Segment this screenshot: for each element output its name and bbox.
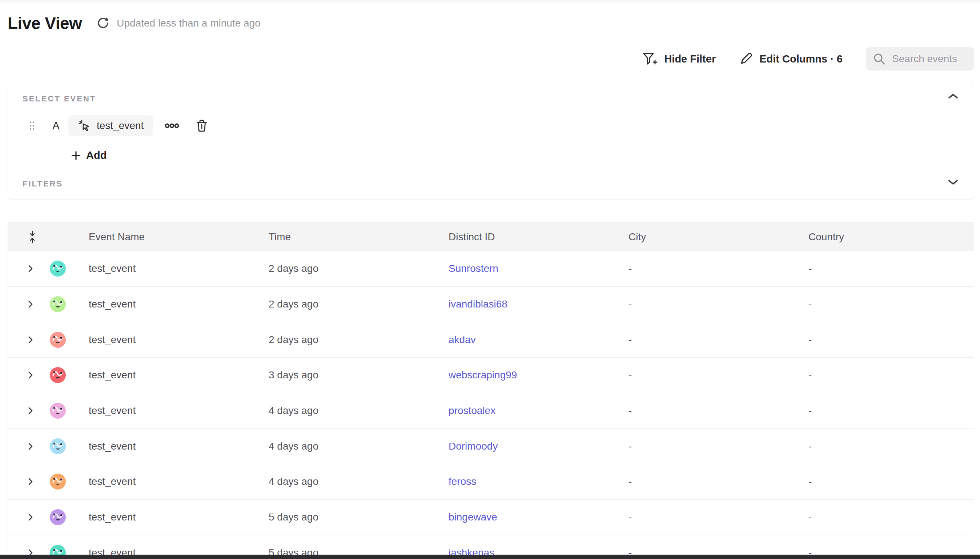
distinct-id-link[interactable]: akdav — [449, 334, 476, 345]
distinct-id-cell: prostoalex — [441, 405, 621, 417]
edit-columns-button[interactable]: Edit Columns · 6 — [739, 52, 843, 66]
distinct-id-link[interactable]: webscraping99 — [449, 369, 517, 380]
chevron-right-icon — [28, 442, 33, 451]
event-name-cell: test_event — [81, 334, 261, 346]
user-avatar — [50, 509, 66, 526]
more-options-button[interactable] — [163, 121, 181, 130]
distinct-id-link[interactable]: ivandiblasi68 — [449, 298, 507, 310]
time-cell: 4 days ago — [261, 405, 441, 417]
country-cell: - — [801, 369, 974, 381]
chevron-right-icon — [28, 513, 33, 521]
country-cell: - — [801, 511, 974, 523]
row-expand-button[interactable] — [28, 513, 33, 521]
row-expand-button[interactable] — [28, 477, 33, 486]
expand-filters-button[interactable] — [945, 177, 961, 188]
collapse-rows-button[interactable] — [28, 230, 37, 243]
distinct-id-cell: akdav — [441, 334, 621, 346]
page-top-texture — [0, 0, 980, 5]
country-cell: - — [801, 334, 974, 346]
city-cell: - — [621, 334, 801, 346]
country-cell: - — [801, 263, 974, 275]
distinct-id-link[interactable]: bingewave — [449, 511, 497, 523]
row-expand-button[interactable] — [28, 371, 33, 379]
user-avatar — [50, 402, 66, 419]
event-name-cell: test_event — [81, 369, 261, 381]
event-letter-label: A — [52, 119, 59, 132]
hide-filter-button[interactable]: Hide Filter — [642, 52, 716, 66]
city-cell: - — [621, 369, 801, 381]
table-row[interactable]: test_event 2 days ago ivandiblasi68 - - — [8, 287, 974, 322]
column-header-city: City — [621, 231, 801, 243]
user-avatar — [50, 296, 66, 313]
filters-section: FILTERS — [8, 169, 974, 200]
search-input[interactable] — [891, 53, 968, 65]
add-label: Add — [86, 149, 106, 161]
pencil-icon — [739, 52, 753, 66]
selected-event-name: test_event — [97, 120, 144, 132]
hide-filter-label: Hide Filter — [664, 53, 716, 65]
search-icon — [873, 53, 886, 65]
country-cell: - — [801, 405, 974, 417]
event-name-cell: test_event — [81, 263, 261, 275]
table-row[interactable]: test_event 3 days ago webscraping99 - - — [8, 358, 974, 393]
time-cell: 4 days ago — [261, 476, 441, 488]
city-cell: - — [621, 476, 801, 488]
distinct-id-cell: Dorimoody — [441, 440, 621, 452]
query-builder-panel: SELECT EVENT A — [8, 83, 974, 200]
user-avatar — [50, 438, 66, 455]
table-header: Event Name Time Distinct ID City Country — [8, 223, 974, 251]
trash-icon — [196, 119, 208, 132]
table-row[interactable]: test_event 4 days ago feross - - — [8, 464, 974, 500]
table-row[interactable]: test_event 5 days ago bingewave - - — [8, 500, 974, 535]
time-cell: 5 days ago — [261, 511, 441, 523]
user-avatar — [50, 367, 66, 384]
table-row[interactable]: test_event 4 days ago prostoalex - - — [8, 393, 974, 429]
distinct-id-cell: bingewave — [441, 511, 621, 523]
chevron-down-icon — [948, 179, 959, 186]
chevron-right-icon — [28, 477, 33, 486]
table-row[interactable]: test_event 2 days ago Sunrostern - - — [8, 251, 974, 287]
country-cell: - — [801, 298, 974, 310]
drag-handle-icon[interactable] — [28, 121, 36, 131]
search-box[interactable] — [866, 47, 974, 71]
add-event-button[interactable]: Add — [71, 149, 106, 161]
distinct-id-link[interactable]: feross — [449, 476, 476, 487]
updated-status: Updated less than a minute ago — [117, 17, 260, 29]
event-name-cell: test_event — [81, 405, 261, 417]
event-name-cell: test_event — [81, 298, 261, 310]
country-cell: - — [801, 476, 974, 488]
chevron-right-icon — [28, 300, 33, 309]
column-header-distinct-id: Distinct ID — [441, 231, 621, 243]
refresh-button[interactable] — [96, 17, 109, 30]
distinct-id-link[interactable]: prostoalex — [449, 405, 496, 416]
table-row[interactable]: test_event 4 days ago Dorimoody - - — [8, 428, 974, 464]
edit-columns-label: Edit Columns · 6 — [759, 53, 843, 65]
chevron-right-icon — [28, 371, 33, 379]
distinct-id-cell: feross — [441, 476, 621, 488]
column-header-event-name: Event Name — [81, 231, 261, 243]
table-row[interactable]: test_event 2 days ago akdav - - — [8, 322, 974, 358]
refresh-icon — [96, 17, 109, 30]
cursor-click-icon — [78, 119, 91, 132]
city-cell: - — [621, 440, 801, 452]
event-name-cell: test_event — [81, 476, 261, 488]
arrows-to-center-icon — [28, 230, 37, 243]
table-body: test_event 2 days ago Sunrostern - - — [8, 251, 974, 559]
distinct-id-link[interactable]: Sunrostern — [449, 263, 498, 274]
row-expand-button[interactable] — [28, 300, 33, 309]
chevron-right-icon — [28, 264, 33, 273]
event-name-cell: test_event — [81, 511, 261, 523]
event-select-button[interactable]: test_event — [68, 115, 153, 136]
column-header-time: Time — [261, 231, 441, 243]
row-expand-button[interactable] — [28, 442, 33, 451]
row-expand-button[interactable] — [28, 336, 33, 344]
row-expand-button[interactable] — [28, 406, 33, 415]
event-name-cell: test_event — [81, 440, 261, 452]
time-cell: 2 days ago — [261, 334, 441, 346]
row-expand-button[interactable] — [28, 264, 33, 273]
collapse-select-event-button[interactable] — [945, 91, 961, 101]
delete-event-button[interactable] — [195, 118, 209, 134]
user-avatar — [50, 473, 66, 490]
select-event-label: SELECT EVENT — [23, 94, 959, 104]
distinct-id-link[interactable]: Dorimoody — [449, 440, 497, 452]
